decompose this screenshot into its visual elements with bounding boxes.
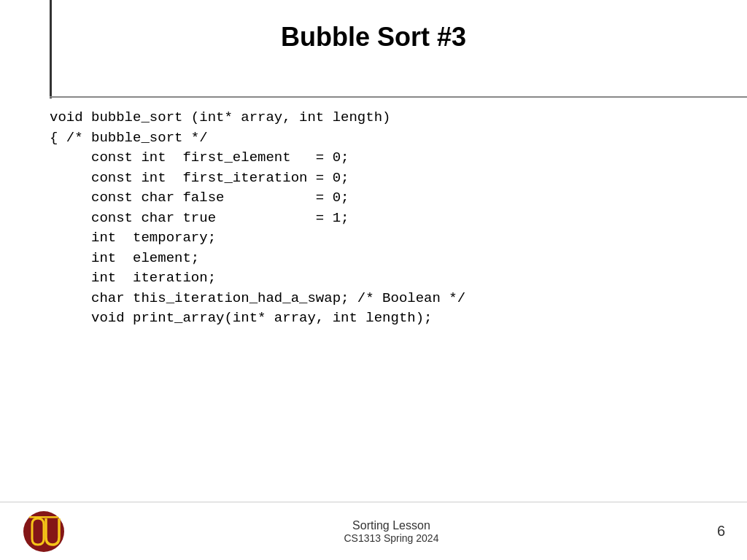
code-line-4: const int first_iteration = 0; [50,168,725,189]
title-underline [50,96,747,98]
code-line-6: const char true = 1; [50,209,725,229]
code-line-3: const int first_element = 0; [50,148,725,168]
footer-course: CS1313 Spring 2024 [344,532,438,544]
footer-page-number: 6 [717,523,725,540]
code-line-1: void bubble_sort (int* array, int length… [50,108,725,128]
code-line-7: int temporary; [50,228,725,249]
code-line-11: void print_array(int* array, int length)… [50,308,725,329]
code-line-10: char this_iteration_had_a_swap; /* Boole… [50,289,725,309]
ou-logo [22,510,66,553]
code-line-5: const char false = 0; [50,188,725,209]
slide-title: Bubble Sort #3 [0,22,747,52]
code-block: void bubble_sort (int* array, int length… [50,108,725,329]
svg-rect-1 [29,516,58,518]
footer: Sorting Lesson CS1313 Spring 2024 6 [0,502,747,560]
code-line-2: { /* bubble_sort */ [50,128,725,149]
footer-lesson-title: Sorting Lesson [344,519,438,532]
code-line-9: int iteration; [50,268,725,289]
footer-text: Sorting Lesson CS1313 Spring 2024 [344,519,438,544]
code-line-8: int element; [50,249,725,269]
